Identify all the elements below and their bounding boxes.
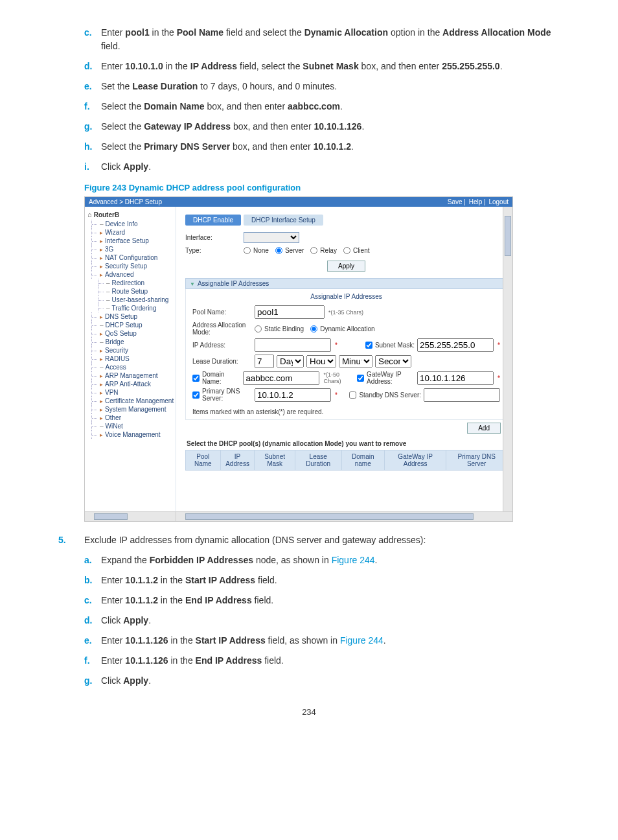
domain-name-label: Domain Name: bbox=[202, 371, 240, 385]
nav-label: User-based-sharing bbox=[112, 296, 169, 303]
type-radio-none[interactable]: None bbox=[244, 247, 269, 254]
nav-item[interactable]: –Redirection bbox=[98, 279, 176, 287]
lease-day-unit[interactable]: Day bbox=[277, 355, 304, 368]
instruction-item: c.Enter 10.1.1.2 in the End IP Address f… bbox=[84, 594, 560, 607]
save-link[interactable]: Save bbox=[448, 198, 463, 205]
interface-select[interactable] bbox=[244, 232, 299, 243]
device-root[interactable]: RouterB bbox=[85, 209, 176, 220]
nav-item[interactable]: ▸Security Setup bbox=[91, 262, 176, 270]
nav-item[interactable]: –User-based-sharing bbox=[98, 296, 176, 304]
instruction-item: i.Click Apply. bbox=[84, 160, 560, 174]
leaf-dash-icon: – bbox=[106, 288, 110, 295]
nav-label: VPN bbox=[105, 389, 119, 396]
radio-input[interactable] bbox=[343, 247, 350, 254]
type-radio-server[interactable]: Server bbox=[275, 247, 304, 254]
horizontal-scrollbars[interactable] bbox=[85, 511, 512, 521]
nav-item[interactable]: ▸VPN bbox=[91, 388, 176, 397]
tab-dhcp-enable[interactable]: DHCP Enable bbox=[185, 215, 241, 226]
step-marker: c. bbox=[84, 26, 92, 40]
type-radio-relay[interactable]: Relay bbox=[310, 247, 337, 254]
step-marker: e. bbox=[84, 80, 92, 93]
instruction-item: g.Click Apply. bbox=[84, 674, 560, 688]
ip-address-input[interactable] bbox=[255, 338, 331, 352]
nav-item[interactable]: ▸DNS Setup bbox=[91, 312, 176, 321]
radio-input[interactable] bbox=[310, 325, 317, 332]
standby-dns-checkbox[interactable] bbox=[349, 391, 356, 399]
nav-item[interactable]: ▸Other bbox=[91, 414, 176, 422]
nav-item[interactable]: –Traffic Ordering bbox=[98, 304, 176, 312]
folder-icon: ▸ bbox=[100, 272, 103, 278]
instruction-item: f.Select the Domain Name box, and then e… bbox=[84, 100, 560, 113]
gateway-input[interactable] bbox=[417, 371, 494, 385]
alloc-radio-static-binding[interactable]: Static Binding bbox=[255, 325, 304, 332]
domain-hint: *(1-50 Chars) bbox=[323, 371, 352, 384]
vertical-scrollbar[interactable] bbox=[503, 207, 512, 511]
nav-item[interactable]: ▸Interface Setup bbox=[91, 237, 176, 245]
nav-item[interactable]: ▸Certificate Management bbox=[91, 397, 176, 405]
nav-item[interactable]: ▸Advanced bbox=[91, 270, 176, 279]
section-header-assignable[interactable]: Assignable IP Addresses bbox=[185, 278, 507, 289]
lease-day-input[interactable] bbox=[255, 355, 274, 368]
lease-second-unit[interactable]: Second bbox=[375, 355, 411, 368]
subnet-mask-input[interactable] bbox=[417, 338, 494, 352]
gateway-checkbox[interactable] bbox=[357, 375, 364, 382]
figure-caption: Figure 243 Dynamic DHCP address pool con… bbox=[84, 183, 560, 192]
nav-label: Device Info bbox=[106, 220, 138, 228]
nav-item[interactable]: ▸RADIUS bbox=[91, 355, 176, 363]
pool-name-input[interactable] bbox=[255, 305, 325, 319]
table-header: Subnet Mask bbox=[255, 450, 295, 471]
alloc-radio-dynamic-allocation[interactable]: Dynamic Allocation bbox=[310, 325, 374, 332]
nav-item[interactable]: ▸Voice Management bbox=[91, 430, 176, 439]
subnet-mask-checkbox[interactable] bbox=[365, 342, 372, 349]
nav-item[interactable]: –Bridge bbox=[91, 338, 176, 346]
logout-link[interactable]: Logout bbox=[488, 198, 509, 205]
nav-label: Advanced bbox=[105, 271, 133, 278]
domain-name-input[interactable] bbox=[243, 371, 319, 385]
nav-label: 3G bbox=[105, 246, 113, 253]
nav-item[interactable]: ▸ARP Anti-Attack bbox=[91, 380, 176, 388]
standby-dns-input[interactable] bbox=[424, 388, 500, 402]
nav-label: WiNet bbox=[106, 423, 123, 430]
apply-button[interactable]: Apply bbox=[327, 261, 365, 272]
breadcrumb-bar: Advanced > DHCP Setup Save | Help | Logo… bbox=[85, 197, 512, 207]
nav-item[interactable]: ▸Security bbox=[91, 346, 176, 355]
domain-name-checkbox[interactable] bbox=[192, 375, 200, 382]
step-marker: f. bbox=[84, 654, 90, 668]
nav-item[interactable]: –Access bbox=[91, 363, 176, 371]
radio-input[interactable] bbox=[310, 247, 317, 254]
nav-item[interactable]: ▸System Management bbox=[91, 405, 176, 414]
radio-input[interactable] bbox=[275, 247, 282, 254]
nav-item[interactable]: –Route Setup bbox=[98, 287, 176, 296]
nav-label: Certificate Management bbox=[105, 397, 174, 404]
nav-label: Wizard bbox=[105, 229, 125, 236]
step-marker: b. bbox=[84, 574, 92, 587]
primary-dns-checkbox[interactable] bbox=[192, 391, 200, 399]
help-link[interactable]: Help bbox=[469, 198, 483, 205]
nav-label: Security Setup bbox=[105, 262, 147, 270]
nav-tree[interactable]: RouterB –Device Info▸Wizard▸Interface Se… bbox=[85, 207, 176, 511]
panel-title: Assignable IP Addresses bbox=[192, 293, 500, 300]
nav-item[interactable]: ▸3G bbox=[91, 245, 176, 253]
primary-dns-label: Primary DNS Server: bbox=[202, 388, 252, 402]
radio-input[interactable] bbox=[255, 325, 262, 332]
type-radio-client[interactable]: Client bbox=[343, 247, 370, 254]
nav-item[interactable]: ▸Wizard bbox=[91, 228, 176, 237]
add-button[interactable]: Add bbox=[467, 423, 501, 434]
lease-minute-unit[interactable]: Minute bbox=[339, 355, 372, 368]
nav-item[interactable]: –DHCP Setup bbox=[91, 321, 176, 329]
nav-item[interactable]: –Device Info bbox=[91, 220, 176, 228]
table-header: Lease Duration bbox=[295, 450, 341, 471]
required-note: Items marked with an asterisk(*) are req… bbox=[192, 408, 500, 415]
nav-label: System Management bbox=[105, 406, 166, 413]
lease-hour-unit[interactable]: Hour bbox=[306, 355, 336, 368]
nav-item[interactable]: ▸QoS Setup bbox=[91, 329, 176, 338]
primary-dns-input[interactable] bbox=[255, 388, 331, 402]
folder-icon: ▸ bbox=[100, 390, 103, 396]
radio-input[interactable] bbox=[244, 247, 251, 254]
nav-item[interactable]: –WiNet bbox=[91, 422, 176, 430]
tab-dhcp-interface-setup[interactable]: DHCP Interface Setup bbox=[244, 215, 323, 226]
nav-item[interactable]: ▸ARP Management bbox=[91, 371, 176, 380]
pool-name-label: Pool Name: bbox=[192, 309, 252, 316]
step-marker: i. bbox=[84, 160, 89, 174]
nav-item[interactable]: ▸NAT Configuration bbox=[91, 253, 176, 262]
